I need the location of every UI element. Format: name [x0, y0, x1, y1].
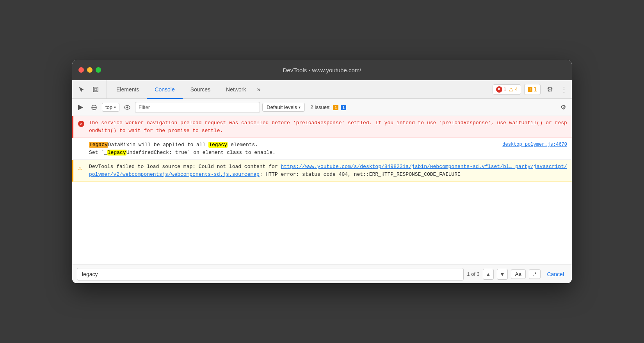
highlight-legacy-yellow-1: legacy [208, 142, 228, 148]
cursor-icon-button[interactable] [75, 83, 88, 96]
clear-icon-button[interactable] [89, 102, 100, 113]
error-row-content: The service worker navigation preload re… [89, 119, 567, 134]
run-icon [78, 105, 84, 110]
run-icon-button[interactable] [75, 102, 86, 113]
search-bar: 1 of 3 ▲ ▼ Aa .* Cancel [72, 264, 572, 283]
warn-row-icon: ⚠ [78, 164, 86, 173]
eye-icon [124, 105, 130, 110]
eye-icon-button[interactable] [122, 102, 133, 113]
source-link-polymer[interactable]: desktop_polymer.js:4670 [502, 141, 567, 148]
console-row-warn: ⚠ DevTools failed to load source map: Co… [72, 160, 572, 182]
maximize-button[interactable] [96, 67, 101, 73]
tab-more-button[interactable]: » [254, 80, 263, 98]
console-settings-button[interactable]: ⚙ [558, 102, 569, 113]
default-levels-selector[interactable]: Default levels ▾ [262, 103, 305, 112]
highlight-legacy-yellow-2: legacy [107, 150, 126, 155]
inspect-icon [93, 86, 99, 93]
warn-badge: ⚠ 4 [509, 86, 518, 93]
svg-rect-1 [94, 88, 97, 91]
exclamation-icon: ! [528, 87, 532, 92]
search-prev-button[interactable]: ▲ [483, 269, 494, 280]
info-row-content: desktop_polymer.js:4670 LegacyDataMixin … [89, 141, 567, 156]
warn-triangle-icon: ⚠ [509, 86, 514, 93]
warn-row-content: DevTools failed to load source map: Coul… [89, 163, 567, 178]
issues-count: 2 Issues: 1 1 [310, 104, 346, 110]
title-bar: DevTools - www.youtube.com/ [72, 60, 572, 80]
svg-marker-2 [79, 105, 83, 110]
issues-exclamation-icon: 1 [333, 105, 338, 110]
console-row-error: ✕ The service worker navigation preload … [72, 116, 572, 138]
toolbar-right: ✕ 1 ⚠ 4 ! 1 ⚙ ⋮ [489, 80, 569, 98]
console-toolbar: top ▾ Default levels ▾ 2 Issues: 1 1 ⚙ [72, 99, 572, 116]
console-row-info: desktop_polymer.js:4670 LegacyDataMixin … [72, 138, 572, 160]
main-toolbar: Elements Console Sources Network » ✕ 1 [72, 80, 572, 99]
tab-elements[interactable]: Elements [109, 80, 147, 99]
search-cancel-button[interactable]: Cancel [544, 270, 567, 279]
search-input[interactable] [77, 268, 464, 280]
window-title: DevTools - www.youtube.com/ [283, 67, 361, 73]
console-content: ✕ The service worker navigation preload … [72, 116, 572, 264]
issues-badge-button[interactable]: ! 1 [524, 84, 541, 95]
close-button[interactable] [78, 67, 84, 73]
context-selector[interactable]: top ▾ [102, 103, 119, 112]
svg-point-7 [126, 106, 128, 108]
match-case-button[interactable]: Aa [511, 269, 526, 279]
clear-icon [91, 105, 97, 110]
regex-button[interactable]: .* [529, 269, 541, 279]
chevron-down-icon: ▾ [299, 105, 301, 109]
traffic-lights [78, 67, 101, 73]
error-icon: ✕ [496, 86, 502, 93]
settings-button[interactable]: ⚙ [544, 83, 556, 96]
tab-network[interactable]: Network [218, 80, 254, 99]
chevron-down-icon: ▾ [114, 105, 116, 109]
search-count: 1 of 3 [467, 271, 480, 277]
highlight-legacy-orange: Legacy [89, 142, 108, 148]
search-next-button[interactable]: ▼ [497, 269, 508, 280]
toolbar-icons [75, 80, 107, 98]
svg-rect-3 [78, 105, 79, 110]
devtools-window: DevTools - www.youtube.com/ Elements Con… [72, 60, 572, 283]
svg-rect-0 [93, 87, 98, 92]
more-options-button[interactable]: ⋮ [559, 83, 569, 96]
error-circle-icon: ✕ [78, 121, 84, 127]
minimize-button[interactable] [87, 67, 93, 73]
filter-input[interactable] [135, 102, 260, 113]
cursor-icon [78, 86, 85, 93]
error-badge: ✕ 1 [496, 86, 506, 93]
inspect-icon-button[interactable] [89, 83, 102, 96]
error-row-icon: ✕ [78, 120, 86, 128]
tab-sources[interactable]: Sources [183, 80, 218, 99]
tabs: Elements Console Sources Network » [109, 80, 489, 98]
error-warn-badge[interactable]: ✕ 1 ⚠ 4 [493, 84, 521, 95]
tab-console[interactable]: Console [147, 80, 182, 99]
issues-chat-icon: 1 [341, 105, 346, 110]
warn-triangle-icon: ⚠ [78, 165, 82, 172]
